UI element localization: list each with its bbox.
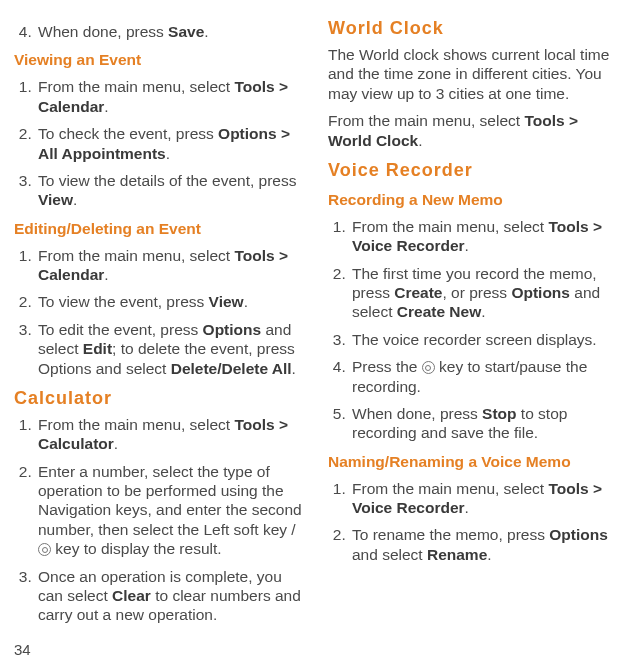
list-item: Press the key to start/pause the recordi… [350,357,622,396]
paragraph: The World clock shows current local time… [328,45,622,103]
page-number: 34 [14,641,622,658]
list-item: From the main menu, select Tools > Calcu… [36,415,308,454]
list-item: From the main menu, select Tools > Calen… [36,246,308,285]
bold-text: Stop [482,405,516,422]
bold-text: View [38,191,73,208]
text: key to display the result. [51,540,222,557]
bold-text: Save [168,23,204,40]
sub-heading-editing: Editing/Deleting an Event [14,220,308,238]
text: From the main menu, select [38,247,234,264]
sub-heading-viewing: Viewing an Event [14,51,308,69]
bold-text: Edit [83,340,112,357]
list-item: From the main menu, select Tools > Voice… [350,479,622,518]
sub-heading-recording: Recording a New Memo [328,191,622,209]
paragraph: From the main menu, select Tools > World… [328,111,622,150]
list-item: Enter a number, select the type of opera… [36,462,308,559]
list-item: When done, press Save. [36,22,308,41]
text: When done, press [38,23,168,40]
text: To edit the event, press [38,321,203,338]
section-world-clock: World Clock [328,18,622,39]
list-item: To check the event, press Options > All … [36,124,308,163]
bold-text: Rename [427,546,487,563]
text: From the main menu, select [352,218,548,235]
text: From the main menu, select [352,480,548,497]
text: , or press [442,284,511,301]
bold-text: Options [549,526,608,543]
list-item: Once an operation is complete, you can s… [36,567,308,625]
list-item: To edit the event, press Options and sel… [36,320,308,378]
text: From the main menu, select [38,78,234,95]
text: To rename the memo, press [352,526,549,543]
text: From the main menu, select [328,112,524,129]
bold-text: Clear [112,587,151,604]
list-item: To rename the memo, press Options and se… [350,525,622,564]
text: To view the details of the event, press [38,172,296,189]
sub-heading-naming: Naming/Renaming a Voice Memo [328,453,622,471]
list-item: When done, press Stop to stop recording … [350,404,622,443]
left-column: When done, press Save. Viewing an Event … [14,18,308,633]
bold-text: Options [511,284,570,301]
page-columns: When done, press Save. Viewing an Event … [14,18,622,633]
list-item: To view the details of the event, press … [36,171,308,210]
text: When done, press [352,405,482,422]
bold-text: Create New [397,303,481,320]
section-voice-recorder: Voice Recorder [328,160,622,181]
list-item: From the main menu, select Tools > Voice… [350,217,622,256]
list-item: From the main menu, select Tools > Calen… [36,77,308,116]
ok-key-icon [422,361,435,374]
text: Press the [352,358,422,375]
bold-text: Options [203,321,262,338]
list-item: The voice recorder screen displays. [350,330,622,349]
bold-text: Create [394,284,442,301]
text: To check the event, press [38,125,218,142]
text: Enter a number, select the type of opera… [38,463,302,538]
bold-text: View [209,293,244,310]
list-item: To view the event, press View. [36,292,308,311]
bold-text: Delete/Delete All [171,360,292,377]
text: The voice recorder screen displays. [352,331,597,348]
ok-key-icon [38,543,51,556]
text: From the main menu, select [38,416,234,433]
text: To view the event, press [38,293,209,310]
section-calculator: Calculator [14,388,308,409]
list-item: The first time you record the memo, pres… [350,264,622,322]
right-column: World Clock The World clock shows curren… [328,18,622,633]
text: and select [352,546,427,563]
